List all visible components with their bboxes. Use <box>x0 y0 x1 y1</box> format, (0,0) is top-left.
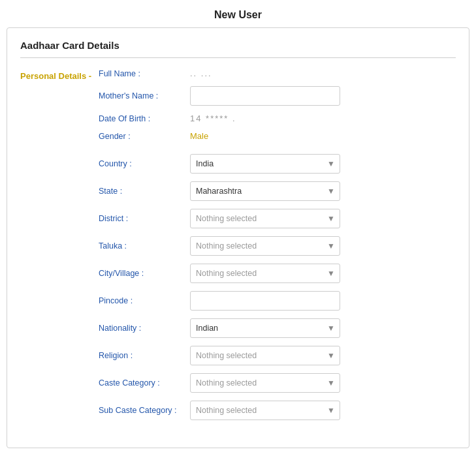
page-title: New User <box>214 9 262 20</box>
religion-select[interactable]: Nothing selected <box>190 346 340 365</box>
pincode-row: Pincode : <box>99 291 456 311</box>
nationality-row: Nationality : Indian ▼ <box>99 318 456 338</box>
caste-category-select[interactable]: Nothing selected <box>190 373 340 393</box>
taluka-label: Taluka : <box>99 241 190 251</box>
taluka-select-wrapper: Nothing selected ▼ <box>190 236 456 256</box>
dob-label: Date Of Birth : <box>99 114 190 123</box>
nationality-label: Nationality : <box>99 324 190 333</box>
pincode-label: Pincode : <box>99 296 190 305</box>
taluka-select[interactable]: Nothing selected <box>190 236 340 256</box>
taluka-row: Taluka : Nothing selected ▼ <box>99 236 456 256</box>
caste-category-row: Caste Category : Nothing selected ▼ <box>99 373 456 393</box>
country-select[interactable]: India <box>190 154 340 174</box>
district-label: District : <box>99 214 190 223</box>
nationality-select[interactable]: Indian <box>190 318 340 338</box>
district-select-wrapper: Nothing selected ▼ <box>190 209 456 228</box>
city-village-label: City/Village : <box>99 269 190 278</box>
country-select-wrapper: India ▼ <box>190 154 456 174</box>
personal-details-label: Personal Details - <box>20 71 91 81</box>
sub-caste-select-wrapper: Nothing selected ▼ <box>190 401 456 420</box>
dob-row: Date Of Birth : 14 ***** . <box>99 114 456 123</box>
district-row: District : Nothing selected ▼ <box>99 209 456 228</box>
state-row: State : Maharashtra ▼ <box>99 181 456 201</box>
full-name-label: Full Name : <box>99 69 190 78</box>
country-row: Country : India ▼ <box>99 154 456 174</box>
city-village-select[interactable]: Nothing selected <box>190 264 340 283</box>
card-section-title: Aadhaar Card Details <box>20 40 456 58</box>
sub-caste-row: Sub Caste Category : Nothing selected ▼ <box>99 401 456 420</box>
religion-select-wrapper: Nothing selected ▼ <box>190 346 456 365</box>
gender-row: Gender : Male <box>99 131 456 141</box>
mothers-name-label: Mother's Name : <box>99 91 190 100</box>
state-label: State : <box>99 187 190 196</box>
sub-caste-label: Sub Caste Category : <box>99 406 190 415</box>
sub-caste-select[interactable]: Nothing selected <box>190 401 340 420</box>
religion-label: Religion : <box>99 351 190 360</box>
state-select-wrapper: Maharashtra ▼ <box>190 181 456 201</box>
gender-value: Male <box>190 131 456 141</box>
mothers-name-input[interactable] <box>190 86 340 106</box>
pincode-input[interactable] <box>190 291 340 311</box>
religion-row: Religion : Nothing selected ▼ <box>99 346 456 365</box>
mothers-name-input-wrapper <box>190 86 456 106</box>
city-village-row: City/Village : Nothing selected ▼ <box>99 264 456 283</box>
state-select[interactable]: Maharashtra <box>190 181 340 201</box>
dob-value: 14 ***** . <box>190 114 456 123</box>
pincode-input-wrapper <box>190 291 456 311</box>
district-select[interactable]: Nothing selected <box>190 209 340 228</box>
mothers-name-row: Mother's Name : <box>99 86 456 106</box>
caste-category-select-wrapper: Nothing selected ▼ <box>190 373 456 393</box>
caste-category-label: Caste Category : <box>99 378 190 388</box>
full-name-value: .. ... <box>190 69 456 78</box>
country-label: Country : <box>99 159 190 168</box>
city-village-select-wrapper: Nothing selected ▼ <box>190 264 456 283</box>
aadhaar-card: Aadhaar Card Details Personal Details - … <box>7 27 469 448</box>
gender-label: Gender : <box>99 132 190 141</box>
nationality-select-wrapper: Indian ▼ <box>190 318 456 338</box>
full-name-row: Full Name : .. ... <box>99 69 456 78</box>
